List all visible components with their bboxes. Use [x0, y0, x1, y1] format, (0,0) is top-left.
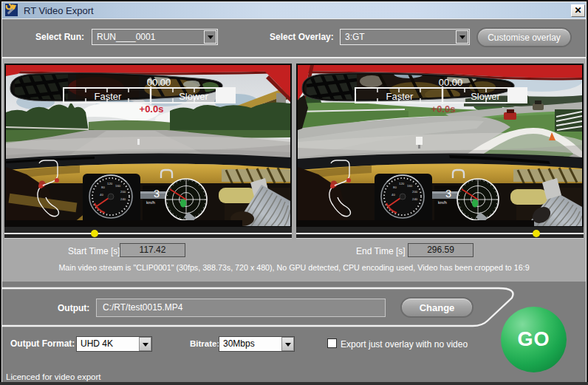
svg-text:240: 240	[412, 197, 418, 201]
svg-text:200: 200	[120, 190, 126, 194]
svg-text:km/h: km/h	[146, 200, 155, 205]
svg-text:00.00: 00.00	[147, 77, 171, 88]
svg-text:40: 40	[100, 193, 103, 197]
svg-text:120: 120	[399, 182, 405, 185]
svg-text:160: 160	[407, 184, 413, 188]
svg-text:40: 40	[392, 193, 395, 197]
svg-text:80: 80	[393, 185, 397, 189]
svg-text:km/h: km/h	[438, 200, 447, 205]
svg-text:3: 3	[154, 188, 160, 200]
svg-text:Slower: Slower	[179, 91, 208, 102]
svg-text:120: 120	[107, 182, 113, 185]
svg-text:Slower: Slower	[471, 91, 500, 102]
svg-text:Faster: Faster	[95, 91, 123, 102]
svg-text:+0.0s: +0.0s	[140, 103, 164, 115]
svg-text:00.00: 00.00	[439, 77, 463, 88]
svg-text:200: 200	[412, 190, 418, 194]
svg-text:160: 160	[115, 184, 121, 188]
svg-text:80: 80	[101, 185, 105, 189]
svg-text:240: 240	[120, 197, 126, 201]
svg-text:Faster: Faster	[386, 91, 414, 102]
svg-text:+0.0s: +0.0s	[431, 103, 456, 115]
svg-text:3: 3	[445, 188, 451, 200]
